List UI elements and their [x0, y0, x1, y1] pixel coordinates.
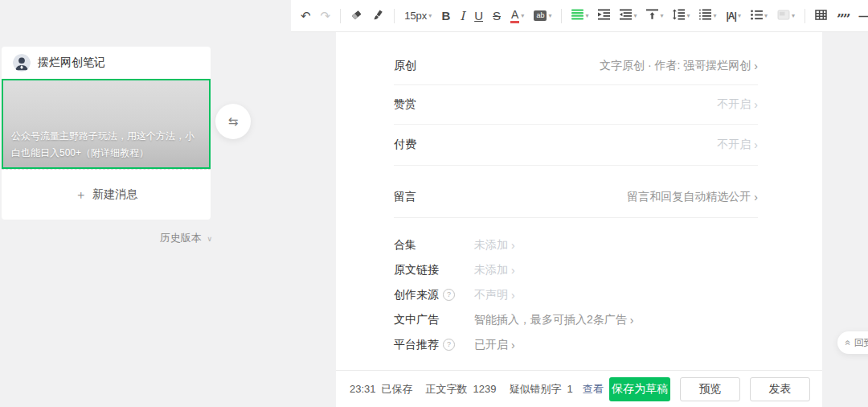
help-icon[interactable]: ? [443, 339, 455, 351]
indent-arrow-icon [598, 9, 610, 23]
article-settings-panel: 原创 文字原创 · 作者: 强哥摆烂网创› 赞赏 不开启› 付费 不开启› 留言… [336, 32, 822, 407]
row-value: 不开启› [717, 97, 758, 112]
strikethrough-button[interactable]: S [488, 5, 506, 27]
settings-secondary-group: 合集 未添加› 原文链接 未添加› 创作来源? 不声明› 文中广告 智能插入，最… [394, 232, 758, 357]
redo-button[interactable]: ↷ [316, 5, 336, 27]
paragraph-indent-icon [699, 9, 711, 23]
platform-recommend-row[interactable]: 平台推荐? 已开启› [394, 332, 758, 357]
chevron-right-icon: › [754, 191, 758, 203]
row-label: 留言 [394, 190, 416, 204]
undo-button[interactable]: ↶ [296, 5, 316, 27]
swap-cover-button[interactable]: ⇆ [215, 104, 251, 139]
paragraph-indent-button[interactable]: ▾ [694, 5, 721, 27]
line-height-button[interactable]: ▾ [668, 5, 694, 27]
chevron-down-icon: ▾ [738, 13, 741, 19]
paid-content-row[interactable]: 付费 不开启› [394, 125, 758, 166]
new-message-label: 新建消息 [92, 187, 137, 202]
justify-icon [571, 9, 583, 23]
collection-row[interactable]: 合集 未添加› [394, 232, 758, 257]
font-color-icon: A [510, 9, 519, 23]
chevron-down-icon: ▾ [428, 13, 432, 19]
letter-spacing-button[interactable]: |A|▾ [721, 5, 745, 27]
bullet-list-button[interactable]: ▾ [746, 5, 772, 27]
swap-icon: ⇆ [228, 114, 239, 129]
chevron-down-icon: ▾ [686, 13, 690, 19]
plus-icon: ＋ [75, 187, 87, 203]
chevron-down-icon: ▾ [521, 13, 524, 19]
font-size-select[interactable]: 15px▾ [399, 5, 436, 27]
save-draft-button[interactable]: 保存为草稿 [609, 377, 670, 401]
blockquote-button[interactable]: ”” [832, 5, 854, 27]
original-statement-row[interactable]: 原创 文字原创 · 作者: 强哥摆烂网创› [394, 47, 758, 85]
original-link-row[interactable]: 原文链接 未添加› [394, 257, 758, 282]
message-panel: 摆烂网创笔记 公众号流量主野路子玩法，用这个方法，小白也能日入500+（附详细教… [2, 47, 211, 220]
publish-button[interactable]: 发表 [750, 377, 810, 401]
chevron-down-icon: ▾ [633, 13, 637, 19]
row-label: 创作来源 [394, 288, 439, 302]
preview-button[interactable]: 预览 [680, 377, 740, 401]
eraser-icon [350, 9, 362, 23]
italic-icon: I [460, 9, 465, 23]
chevron-down-icon: ▾ [764, 13, 768, 19]
help-icon[interactable]: ? [443, 289, 455, 301]
chevron-down-icon: ▾ [548, 13, 551, 19]
quote-icon: ”” [837, 10, 850, 22]
justify-button[interactable]: ▾ [567, 5, 593, 27]
outdent-icon [620, 9, 632, 23]
chevron-right-icon: › [754, 60, 758, 72]
insert-table-button[interactable] [810, 5, 832, 27]
underline-icon: U [474, 9, 483, 23]
chevron-right-icon: › [754, 99, 758, 110]
format-painter-button[interactable] [367, 5, 389, 27]
underline-button[interactable]: U [469, 5, 488, 27]
word-count-label: 正文字数 [426, 382, 468, 397]
in-article-ads-row[interactable]: 文中广告 智能插入，最多可插入2条广告› [394, 307, 758, 332]
outdent-button[interactable]: ▾ [615, 5, 641, 27]
chevron-right-icon: › [511, 265, 515, 276]
align-top-icon [646, 9, 658, 23]
row-label: 原文链接 [394, 263, 439, 278]
row-value: 不声明› [474, 288, 515, 302]
reward-row[interactable]: 赞赏 不开启› [394, 85, 758, 125]
font-size-value: 15px [404, 10, 427, 22]
italic-button[interactable]: I [455, 5, 469, 27]
chevron-right-icon: › [511, 339, 515, 351]
bold-button[interactable]: B [436, 5, 455, 27]
comments-row[interactable]: 留言 留言和回复自动精选公开› [394, 177, 758, 218]
history-versions-button[interactable]: 历史版本 ∨ [2, 231, 212, 245]
row-label: 合集 [394, 238, 416, 253]
toolbar-separator [805, 9, 805, 23]
font-color-button[interactable]: A▾ [506, 5, 529, 27]
account-name: 摆烂网创笔记 [38, 56, 105, 70]
bold-icon: B [441, 9, 450, 23]
history-versions-label: 历史版本 [160, 232, 202, 244]
row-label: 文中广告 [394, 313, 439, 327]
article-cover-card[interactable]: 公众号流量主野路子玩法，用这个方法，小白也能日入500+（附详细教程） [2, 79, 211, 169]
paintbrush-icon [372, 9, 384, 23]
editor-footer: 23:31 已保存 正文字数 1239 疑似错别字 1 查看 保存为草稿 预览 … [336, 370, 822, 407]
row-value: 已开启› [474, 338, 515, 352]
chevron-down-icon: ▾ [792, 13, 795, 19]
margin-top-button[interactable]: ▾ [641, 5, 668, 27]
row-label: 付费 [394, 138, 416, 152]
row-label: 原创 [394, 59, 416, 73]
horizontal-rule-button[interactable]: — [854, 5, 868, 27]
save-time: 23:31 [350, 383, 376, 395]
highlight-button[interactable]: ab▾ [529, 5, 556, 27]
first-line-indent-button[interactable] [593, 5, 615, 27]
new-message-button[interactable]: ＋ 新建消息 [2, 169, 211, 220]
creation-source-row[interactable]: 创作来源? 不声明› [394, 282, 758, 307]
chevron-right-icon: › [754, 139, 758, 150]
back-to-top-button[interactable]: « 回到顶部 [837, 331, 868, 354]
clear-format-button[interactable] [346, 5, 367, 27]
row-value: 留言和回复自动精选公开› [627, 190, 758, 204]
word-count-value: 1239 [473, 383, 497, 395]
row-value: 不开启› [717, 138, 758, 152]
check-typos-link[interactable]: 查看 [583, 382, 604, 397]
footer-actions: 保存为草稿 预览 发表 [609, 377, 810, 401]
background-button[interactable]: ▾ [772, 5, 800, 27]
account-header: 摆烂网创笔记 [2, 47, 211, 79]
chevron-right-icon: › [630, 314, 634, 326]
saved-label: 已保存 [382, 382, 413, 397]
chevron-down-icon: ▾ [660, 13, 663, 19]
